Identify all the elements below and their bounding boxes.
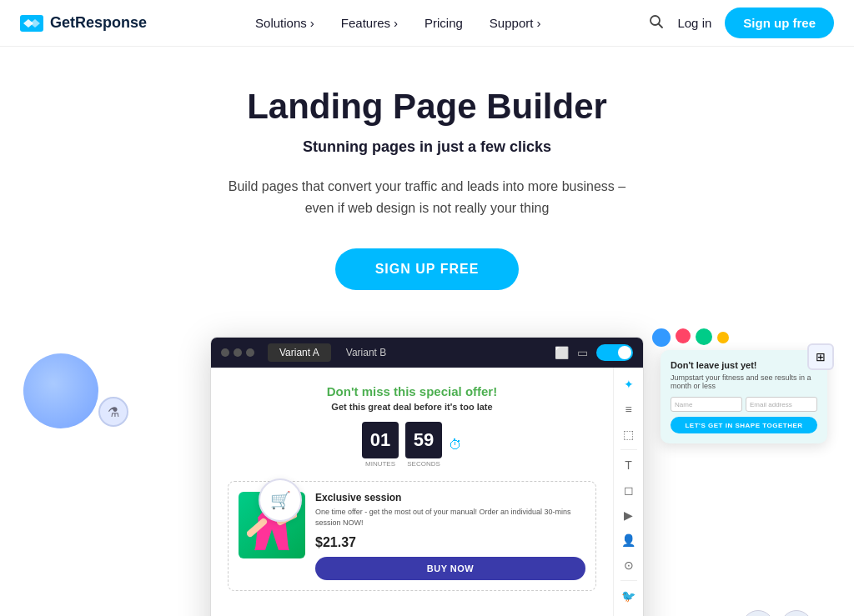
product-details: Exclusive session One time offer - get t… [315,492,585,579]
countdown-minutes-label: MINUTES [365,460,395,468]
popup-email-field: Email address [746,397,817,412]
facebook-icon: f [742,610,774,616]
desktop-icon[interactable]: ⬜ [555,346,569,359]
window-maximize-dot [246,348,254,357]
nav-solutions[interactable]: Solutions › [255,16,314,30]
sidebar-divider-2 [620,580,637,581]
flask-icon: ⚗ [108,404,119,420]
tool-social-2[interactable]: ▤ [617,609,640,616]
browser-toolbar-icons: ⬜ ▭ [555,344,633,361]
decorative-circles [652,328,729,347]
tool-image[interactable]: ⬚ [617,423,640,446]
hero-cta-button[interactable]: SIGN UP FREE [335,248,520,290]
offer-subtitle: Get this great deal before it's too late [228,402,596,412]
product-price: $21.37 [315,535,585,550]
hero-subtitle: Stunning pages in just a few clicks [20,138,834,156]
chevron-right-icon: › [310,16,314,30]
tool-video[interactable]: ▶ [617,503,640,527]
demo-section: ⚗ 🛒 Don't leave just yet! Jumpstart your… [0,337,854,616]
tab-variant-b[interactable]: Variant B [334,343,398,362]
chevron-right-icon: › [536,16,540,30]
social-icons-decoration: f ◎ 𝕥 [742,610,812,616]
exit-popup-preview: Don't leave just yet! Jumpstart your fit… [661,350,827,443]
decorative-flask-icon: ⚗ [98,397,128,427]
product-description: One time offer - get the most out of you… [315,507,585,528]
hero-section: Landing Page Builder Stunning pages in j… [0,47,854,337]
tool-person[interactable]: 👤 [617,528,640,552]
browser-toolbar: Variant A Variant B ⬜ ▭ [211,338,643,368]
browser-window-controls [221,348,254,357]
window-minimize-dot [234,348,242,357]
countdown-minutes-display: 01 [362,422,399,458]
deco-circle-yellow [717,332,729,343]
countdown-seconds-label: SECONDS [407,460,440,468]
tab-variant-a[interactable]: Variant A [268,343,331,362]
nav-pricing[interactable]: Pricing [424,16,463,30]
svg-line-2 [659,23,663,28]
preview-toggle[interactable] [596,344,633,361]
tablet-icon[interactable]: ▭ [577,346,588,359]
hero-title: Landing Page Builder [20,87,834,127]
tool-star[interactable]: ✦ [617,373,640,396]
countdown-minutes-unit: 01 MINUTES [362,422,399,468]
popup-title: Don't leave just yet! [671,360,817,370]
tool-social[interactable]: 🐦 [617,584,640,608]
countdown-seconds-unit: 59 SECONDS [405,422,442,468]
buy-now-button[interactable]: BUY NOW [315,557,585,580]
offer-title: Don't miss this special offer! [228,384,596,398]
deco-circle-blue [652,328,671,347]
tool-shape[interactable]: ◻ [617,478,640,502]
browser-tabs: Variant A Variant B [268,343,398,362]
chevron-right-icon: › [394,16,398,30]
tool-toggle[interactable]: ⊙ [617,553,640,577]
hero-description: Build pages that convert your traffic an… [227,176,627,218]
signup-button[interactable]: Sign up free [725,8,834,38]
countdown-timer: 01 MINUTES 59 SECONDS ⏱ [228,422,596,468]
deco-circle-red [676,328,691,343]
popup-fields: Name Email address [671,397,817,412]
nav-features[interactable]: Features › [341,16,398,30]
logo[interactable]: GetResponse [20,14,147,32]
popup-name-field: Name [671,397,742,412]
decorative-blue-circle [23,353,98,428]
cart-icon: 🛒 [270,490,291,510]
instagram-icon: ◎ [781,610,812,616]
popup-submit-button[interactable]: LET'S GET IN SHAPE TOGETHER [671,417,817,433]
deco-circle-green [696,328,712,345]
editor-sidebar: ✦ ≡ ⬚ T ◻ ▶ 👤 ⊙ 🐦 ▤ </> [613,368,643,616]
logo-text: GetResponse [50,14,147,32]
nav-links: Solutions › Features › Pricing Support › [255,16,540,30]
browser-mockup: Variant A Variant B ⬜ ▭ Don't miss this … [210,337,644,616]
popup-subtitle: Jumpstart your fitness and see results i… [671,373,817,390]
countdown-seconds-display: 59 [405,422,442,458]
popup-widget-icon: ⊞ [807,343,834,370]
tool-text[interactable]: T [617,453,640,477]
product-name: Exclusive session [315,492,585,503]
sidebar-divider-1 [620,449,637,450]
login-link[interactable]: Log in [677,16,711,30]
nav-support[interactable]: Support › [490,16,541,30]
nav-actions: Log in Sign up free [649,8,834,38]
tool-lines[interactable]: ≡ [617,398,640,421]
timer-icon: ⏱ [449,438,462,453]
search-icon[interactable] [649,14,664,33]
navigation: GetResponse Solutions › Features › Prici… [0,0,854,47]
window-close-dot [221,348,229,357]
